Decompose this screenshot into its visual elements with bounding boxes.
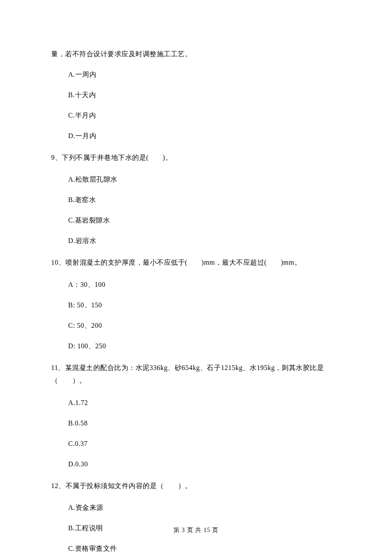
q12-stem: 12、不属于投标须知文件内容的是（ ）。 <box>51 480 341 492</box>
q12-option-c: C.资格审查文件 <box>68 543 341 554</box>
q11-option-a: A.1.72 <box>68 398 341 408</box>
q11-option-b: B.0.58 <box>68 418 341 428</box>
q9-option-b: B.老窑水 <box>68 195 341 205</box>
q10-option-c: C: 50、200 <box>68 321 341 331</box>
q10-option-b: B: 50、150 <box>68 300 341 310</box>
q11-option-d: D.0.30 <box>68 459 341 469</box>
q9-option-c: C.基岩裂隙水 <box>68 215 341 225</box>
q12-option-a: A.资金来源 <box>68 503 341 513</box>
q10-stem: 10、喷射混凝土的支护厚度，最小不应低于( )mm，最大不应超过( )mm。 <box>51 256 341 269</box>
q9-option-d: D.岩溶水 <box>68 236 341 246</box>
q8-option-b: B.十天内 <box>68 90 341 100</box>
q8-option-a: A.一周内 <box>68 69 341 80</box>
q11-option-c: C.0.37 <box>68 439 341 449</box>
q9-stem: 9、下列不属于井巷地下水的是( )。 <box>51 151 341 164</box>
page-footer: 第 3 页 共 15 页 <box>0 526 392 535</box>
q10-option-d: D: 100、250 <box>68 341 341 351</box>
q8-option-d: D.一月内 <box>68 131 341 141</box>
q9-option-a: A.松散层孔隙水 <box>68 174 341 185</box>
q8-continuation: 量，若不符合设计要求应及时调整施工工艺。 <box>51 49 341 59</box>
q10-option-a: A：30、100 <box>68 280 341 290</box>
page-content: 量，若不符合设计要求应及时调整施工工艺。 A.一周内 B.十天内 C.半月内 D… <box>0 0 392 554</box>
q8-option-c: C.半月内 <box>68 110 341 121</box>
q11-stem: 11、某混凝土的配合比为：水泥336kg、砂654kg、石子1215kg、水19… <box>51 361 341 387</box>
